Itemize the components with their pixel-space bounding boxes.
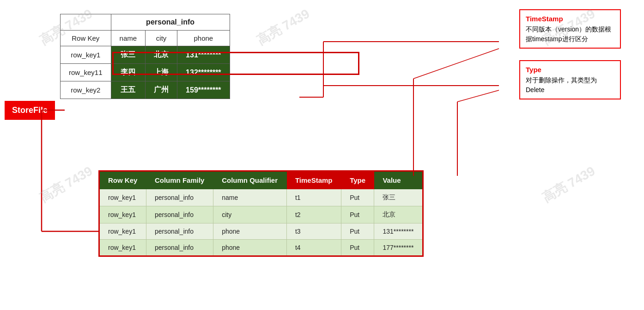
annotation-type-body: 对于删除操作，其类型为Delete xyxy=(526,75,614,95)
annotation-timestamp: TimeStamp 不同版本（version）的数据根据timestamp进行区… xyxy=(519,9,621,49)
top-row2-phone: 132******** xyxy=(177,64,230,81)
bottom-row1-col1: personal_info xyxy=(146,189,213,206)
bottom-row2-col2: city xyxy=(213,206,287,223)
top-table-col-rowkey: Row Key xyxy=(61,31,111,46)
table-row: row_key1personal_infocityt2Put北京 xyxy=(100,206,423,223)
top-row1-key: row_key1 xyxy=(61,46,111,64)
bottom-col-value: Value xyxy=(374,172,423,189)
table-row: row_key2 王五 广州 159******** xyxy=(61,81,230,99)
bottom-col-qualifier: Column Qualifier xyxy=(213,172,287,189)
bottom-row1-col5: 张三 xyxy=(374,189,423,206)
annotation-type-title: Type xyxy=(526,65,614,75)
bottom-row2-col0: row_key1 xyxy=(100,206,146,223)
table-row: row_key1personal_infophonet4Put177******… xyxy=(100,240,423,256)
annotation-type: Type 对于删除操作，其类型为Delete xyxy=(519,60,621,99)
bottom-row4-col0: row_key1 xyxy=(100,240,146,256)
annotation-timestamp-body: 不同版本（version）的数据根据timestamp进行区分 xyxy=(526,25,614,44)
bottom-row4-col3: t4 xyxy=(286,240,341,256)
bottom-row2-col5: 北京 xyxy=(374,206,423,223)
bottom-table-wrapper: Row Key Column Family Column Qualifier T… xyxy=(99,171,423,256)
top-row2-city: 上海 xyxy=(146,64,177,81)
bottom-row3-col0: row_key1 xyxy=(100,223,146,240)
watermark-5: 高亮 7439 xyxy=(539,162,598,207)
top-row3-city: 广州 xyxy=(146,81,177,99)
top-table-rowkey-spacer xyxy=(61,14,111,31)
top-row1-name: 张三 xyxy=(111,46,146,64)
svg-line-9 xyxy=(413,49,499,79)
top-row2-name: 李四 xyxy=(111,64,146,81)
table-row: row_key11 李四 上海 132******** xyxy=(61,64,230,81)
bottom-col-rowkey: Row Key xyxy=(100,172,146,189)
table-row: row_key1personal_infophonet3Put131******… xyxy=(100,223,423,240)
top-table-column-family-header: personal_info xyxy=(111,14,230,31)
bottom-col-family: Column Family xyxy=(146,172,213,189)
bottom-row1-col2: name xyxy=(213,189,287,206)
bottom-row2-col3: t2 xyxy=(286,206,341,223)
top-table-wrapper: personal_info Row Key name city phone ro… xyxy=(60,14,230,99)
bottom-row4-col5: 177******** xyxy=(374,240,423,256)
annotation-timestamp-title: TimeStamp xyxy=(526,14,614,25)
top-row3-key: row_key2 xyxy=(61,81,111,99)
bottom-row3-col4: Put xyxy=(341,223,374,240)
bottom-row4-col2: phone xyxy=(213,240,287,256)
top-row1-city: 北京 xyxy=(146,46,177,64)
bottom-row3-col1: personal_info xyxy=(146,223,213,240)
bottom-row4-col4: Put xyxy=(341,240,374,256)
bottom-row1-col3: t1 xyxy=(286,189,341,206)
watermark-4: 高亮 7439 xyxy=(36,162,96,207)
table-row: row_key1personal_infonamet1Put张三 xyxy=(100,189,423,206)
svg-line-11 xyxy=(457,90,499,102)
bottom-table-header-row: Row Key Column Family Column Qualifier T… xyxy=(100,172,423,189)
bottom-row1-col0: row_key1 xyxy=(100,189,146,206)
bottom-row2-col1: personal_info xyxy=(146,206,213,223)
storefile-label: StoreFile xyxy=(5,101,55,120)
bottom-row1-col4: Put xyxy=(341,189,374,206)
table-row: row_key1 张三 北京 131******** xyxy=(61,46,230,64)
bottom-col-type: Type xyxy=(341,172,374,189)
bottom-col-timestamp: TimeStamp xyxy=(286,172,341,189)
top-table-col-name: name xyxy=(111,31,146,46)
top-row2-key: row_key11 xyxy=(61,64,111,81)
main-container: 高亮 7439 高亮 7439 高亮 7439 高亮 7439 高亮 7439 … xyxy=(0,0,644,310)
bottom-row3-col3: t3 xyxy=(286,223,341,240)
bottom-table: Row Key Column Family Column Qualifier T… xyxy=(99,171,423,256)
top-table: personal_info Row Key name city phone ro… xyxy=(60,14,230,99)
top-row1-phone: 131******** xyxy=(177,46,230,64)
bottom-row4-col1: personal_info xyxy=(146,240,213,256)
bottom-row3-col5: 131******** xyxy=(374,223,423,240)
top-table-col-phone: phone xyxy=(177,31,230,46)
watermark-2: 高亮 7439 xyxy=(254,5,313,50)
top-table-col-city: city xyxy=(146,31,177,46)
top-row3-name: 王五 xyxy=(111,81,146,99)
top-row3-phone: 159******** xyxy=(177,81,230,99)
bottom-row2-col4: Put xyxy=(341,206,374,223)
bottom-row3-col2: phone xyxy=(213,223,287,240)
